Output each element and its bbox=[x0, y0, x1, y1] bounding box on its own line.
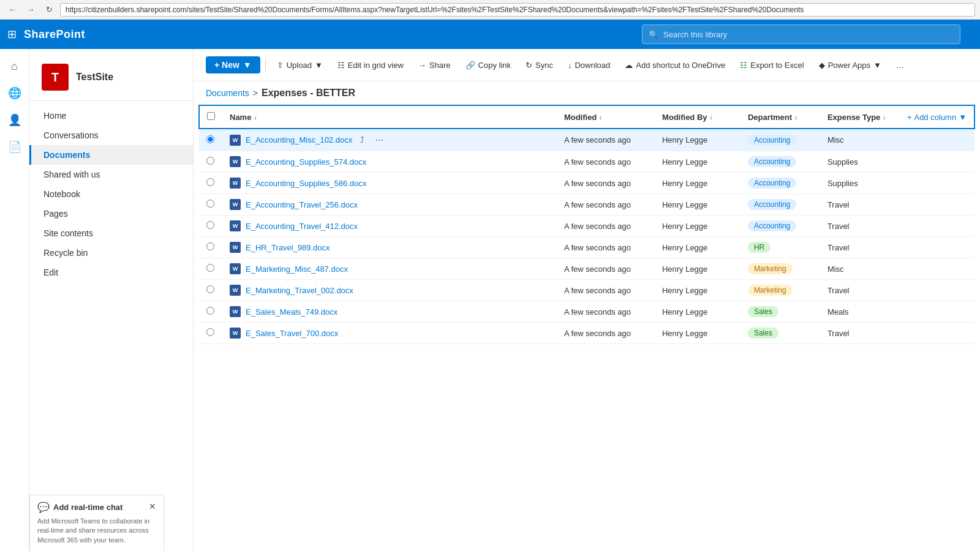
chat-close-button[interactable]: ✕ bbox=[149, 501, 156, 511]
copy-link-icon: 🔗 bbox=[466, 61, 475, 70]
row-select-radio[interactable] bbox=[206, 200, 214, 208]
file-name-link[interactable]: E_Sales_Meals_749.docx bbox=[246, 307, 337, 317]
sidebar-item-recycle[interactable]: Recycle bin bbox=[29, 243, 193, 263]
search-bar[interactable]: 🔍 Search this library bbox=[642, 24, 960, 44]
add-column-button[interactable]: + Add column ▼ bbox=[907, 113, 967, 122]
global-user-icon[interactable]: 👤 bbox=[2, 108, 27, 132]
table-row: WE_Accounting_Travel_256.docxA few secon… bbox=[199, 194, 974, 216]
row-select-radio[interactable] bbox=[206, 157, 214, 165]
row-select-radio[interactable] bbox=[206, 264, 214, 272]
back-button[interactable]: ← bbox=[5, 2, 20, 17]
row-checkbox-cell bbox=[199, 151, 222, 173]
department-badge: Sales bbox=[748, 306, 778, 317]
site-name: TestSite bbox=[76, 72, 113, 83]
sidebar-item-home[interactable]: Home bbox=[29, 106, 193, 126]
sidebar-item-conversations[interactable]: Conversations bbox=[29, 126, 193, 145]
th-modifiedby[interactable]: Modified By ↓ bbox=[655, 105, 741, 129]
download-button[interactable]: ↓ Download bbox=[562, 57, 616, 73]
upload-icon: ⇧ bbox=[277, 61, 284, 70]
chat-icon: 💬 bbox=[37, 501, 50, 513]
brand-label: SharePoint bbox=[24, 28, 85, 41]
new-chevron-icon: ▼ bbox=[243, 60, 252, 70]
sidebar-item-shared[interactable]: Shared with us bbox=[29, 165, 193, 184]
row-select-radio[interactable] bbox=[206, 135, 214, 143]
row-select-radio[interactable] bbox=[206, 242, 214, 250]
site-header: T TestSite bbox=[29, 54, 193, 101]
export-excel-button[interactable]: ☷ Export to Excel bbox=[734, 57, 810, 73]
search-placeholder: Search this library bbox=[663, 30, 727, 39]
file-name-link[interactable]: E_Marketing_Misc_487.docx bbox=[246, 264, 348, 274]
row-checkbox-cell bbox=[199, 194, 222, 216]
sidebar-item-sitecontents[interactable]: Site contents bbox=[29, 223, 193, 243]
row-checkbox-cell bbox=[199, 173, 222, 194]
file-name-link[interactable]: E_Accounting_Travel_412.docx bbox=[246, 222, 358, 231]
department-badge: Accounting bbox=[748, 156, 796, 167]
department-badge: Accounting bbox=[748, 199, 796, 210]
copy-link-button[interactable]: 🔗 Copy link bbox=[459, 57, 517, 73]
row-name-cell: WE_Accounting_Supplies_574.docx bbox=[222, 151, 557, 173]
file-name-link[interactable]: E_HR_Travel_989.docx bbox=[246, 243, 330, 252]
waffle-icon[interactable]: ⊞ bbox=[7, 28, 17, 41]
share-button[interactable]: → Share bbox=[412, 57, 457, 73]
row-department-cell: Accounting bbox=[741, 173, 820, 194]
row-select-radio[interactable] bbox=[206, 221, 214, 229]
chat-title: Add real-time chat bbox=[53, 503, 123, 512]
th-department[interactable]: Department ↓ bbox=[741, 105, 820, 129]
toolbar: + New ▼ ⇧ Upload ▼ ☷ Edit in grid view →… bbox=[194, 49, 980, 81]
power-apps-button[interactable]: ◆ Power Apps ▼ bbox=[813, 57, 888, 73]
upload-button[interactable]: ⇧ Upload ▼ bbox=[271, 57, 329, 73]
name-sort-icon: ↓ bbox=[254, 114, 257, 121]
row-select-radio[interactable] bbox=[206, 328, 214, 336]
file-name-link[interactable]: E_Marketing_Travel_002.docx bbox=[246, 286, 353, 295]
th-department-label: Department bbox=[748, 113, 792, 122]
sidebar-item-edit[interactable]: Edit bbox=[29, 263, 193, 282]
row-empty-cell bbox=[900, 301, 974, 323]
row-select-radio[interactable] bbox=[206, 307, 214, 315]
file-name-link[interactable]: E_Sales_Travel_700.docx bbox=[246, 329, 338, 338]
row-department-cell: Marketing bbox=[741, 258, 820, 280]
word-doc-icon: W bbox=[230, 306, 241, 317]
word-doc-icon: W bbox=[230, 328, 241, 339]
row-more-button[interactable]: ⋯ bbox=[372, 134, 386, 146]
global-nav: ⌂ 🌐 👤 📄 bbox=[0, 49, 29, 551]
add-shortcut-button[interactable]: ☁ Add shortcut to OneDrive bbox=[619, 57, 731, 73]
global-home-icon[interactable]: ⌂ bbox=[2, 54, 27, 78]
table-body: WE_Accounting_Misc_102.docx⤴⋯A few secon… bbox=[199, 129, 974, 344]
table-row: WE_HR_Travel_989.docxA few seconds agoHe… bbox=[199, 237, 974, 258]
sidebar-item-documents[interactable]: Documents bbox=[29, 145, 193, 165]
row-select-radio[interactable] bbox=[206, 285, 214, 293]
sidebar-item-pages[interactable]: Pages bbox=[29, 204, 193, 223]
new-button[interactable]: + New ▼ bbox=[206, 56, 260, 73]
edit-grid-button[interactable]: ☷ Edit in grid view bbox=[331, 57, 410, 73]
row-select-radio[interactable] bbox=[206, 178, 214, 186]
global-note-icon[interactable]: 📄 bbox=[2, 135, 27, 159]
file-name-link[interactable]: E_Accounting_Misc_102.docx bbox=[246, 135, 352, 144]
row-modifiedby-cell: Henry Legge bbox=[655, 323, 741, 344]
row-share-button[interactable]: ⤴ bbox=[357, 134, 368, 146]
th-addcolumn[interactable]: + Add column ▼ bbox=[900, 105, 974, 129]
more-button[interactable]: … bbox=[890, 57, 910, 73]
th-name[interactable]: Name ↓ bbox=[222, 105, 557, 129]
refresh-button[interactable]: ↻ bbox=[42, 2, 56, 17]
global-globe-icon[interactable]: 🌐 bbox=[2, 81, 27, 105]
forward-button[interactable]: → bbox=[23, 2, 38, 17]
department-badge: HR bbox=[748, 242, 771, 253]
sync-icon: ↻ bbox=[526, 61, 532, 70]
sync-label: Sync bbox=[535, 61, 553, 70]
file-name-link[interactable]: E_Accounting_Supplies_574.docx bbox=[246, 157, 366, 167]
modified-sort-icon: ↓ bbox=[599, 114, 602, 121]
th-modified[interactable]: Modified ↓ bbox=[557, 105, 655, 129]
file-name-link[interactable]: E_Accounting_Travel_256.docx bbox=[246, 200, 358, 209]
breadcrumb-parent[interactable]: Documents bbox=[206, 88, 249, 98]
sync-button[interactable]: ↻ Sync bbox=[519, 57, 559, 73]
row-empty-cell bbox=[900, 280, 974, 301]
select-all-header[interactable] bbox=[199, 105, 222, 129]
th-expensetype[interactable]: Expense Type ↓ bbox=[820, 105, 900, 129]
url-bar[interactable] bbox=[60, 3, 975, 17]
sidebar-item-notebook[interactable]: Notebook bbox=[29, 184, 193, 204]
breadcrumb-current: Expenses - BETTER bbox=[262, 88, 355, 99]
add-column-label: Add column bbox=[914, 113, 956, 122]
select-all-checkbox[interactable] bbox=[207, 112, 215, 120]
file-name-link[interactable]: E_Accounting_Supplies_586.docx bbox=[246, 179, 366, 188]
table-row: WE_Accounting_Supplies_574.docxA few sec… bbox=[199, 151, 974, 173]
